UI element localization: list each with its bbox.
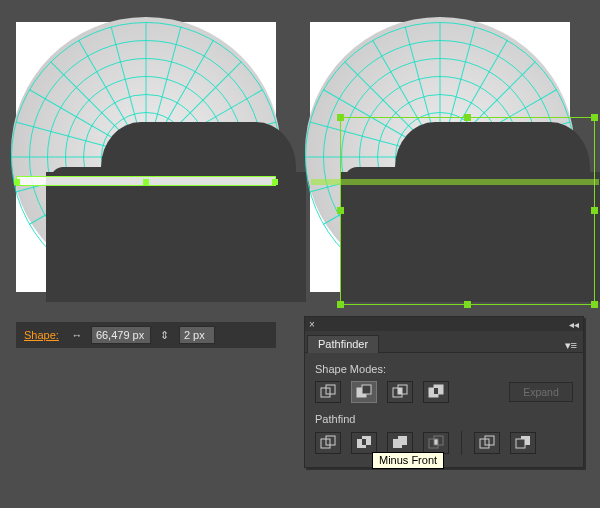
- width-icon: ↔: [69, 329, 85, 341]
- dark-shape: [101, 122, 296, 302]
- shape-mode-minus-front[interactable]: [351, 381, 377, 403]
- panel-topbar[interactable]: × ◂◂: [305, 317, 583, 331]
- pathfinder-panel: × ◂◂ Pathfinder ▾≡ Shape Modes: Expand P…: [304, 316, 584, 468]
- artboard-right: [310, 22, 570, 292]
- pathfinder-merge[interactable]: [387, 432, 413, 454]
- tab-pathfinder[interactable]: Pathfinder: [307, 335, 379, 353]
- pathfinder-outline[interactable]: [474, 432, 500, 454]
- shape-label[interactable]: Shape:: [24, 329, 59, 341]
- collapse-icon[interactable]: ◂◂: [569, 319, 579, 330]
- svg-rect-17: [434, 439, 438, 445]
- shape-mode-exclude[interactable]: [423, 381, 449, 403]
- selection-rule[interactable]: [16, 176, 276, 186]
- artboard-left: [16, 22, 276, 292]
- pathfinder-minus-back[interactable]: [510, 432, 536, 454]
- svg-rect-23: [516, 439, 525, 448]
- shape-options-bar: Shape: ↔ ⇕: [16, 322, 276, 348]
- svg-rect-6: [398, 388, 402, 394]
- pathfinder-crop[interactable]: [423, 432, 449, 454]
- close-icon[interactable]: ×: [309, 319, 315, 330]
- separator: [461, 431, 462, 455]
- tooltip-minus-front: Minus Front: [372, 452, 444, 469]
- svg-rect-9: [434, 388, 438, 394]
- pathfinder-divide[interactable]: [315, 432, 341, 454]
- panel-tabs: Pathfinder ▾≡: [305, 331, 583, 353]
- expand-button[interactable]: Expand: [509, 382, 573, 402]
- selection-bbox[interactable]: [340, 117, 595, 305]
- svg-rect-16: [398, 436, 407, 445]
- height-input[interactable]: [179, 326, 215, 344]
- section-pathfinders: Pathfind: [315, 413, 573, 425]
- svg-rect-3: [362, 385, 371, 394]
- panel-menu-icon[interactable]: ▾≡: [565, 339, 577, 352]
- shape-mode-unite[interactable]: [315, 381, 341, 403]
- svg-rect-14: [362, 439, 366, 445]
- link-wh-icon[interactable]: ⇕: [157, 329, 173, 342]
- shape-mode-intersect[interactable]: [387, 381, 413, 403]
- section-shape-modes: Shape Modes:: [315, 363, 573, 375]
- pathfinder-trim[interactable]: [351, 432, 377, 454]
- width-input[interactable]: [91, 326, 151, 344]
